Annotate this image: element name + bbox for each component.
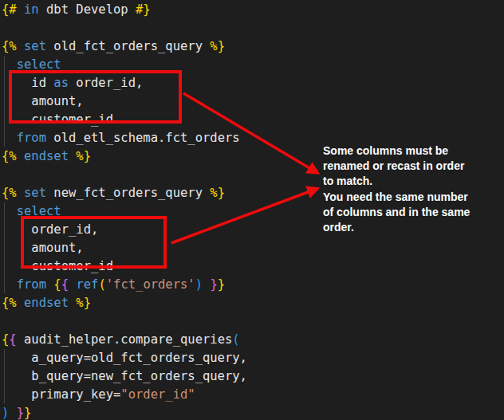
code-token: b_query=new_fct_orders_query, <box>2 369 247 383</box>
annotation-note-line: renamed or recast in order <box>323 159 504 174</box>
code-token: new_fct_orders_query <box>46 186 210 200</box>
code-token: ref <box>76 277 98 292</box>
code-token <box>69 296 76 310</box>
code-token: set <box>24 39 46 53</box>
code-token: ( <box>232 332 239 347</box>
code-editor[interactable]: {# in dbt Develop #} {% set old_fct_orde… <box>0 0 504 420</box>
code-token <box>2 204 17 218</box>
code-line[interactable]: a_query=old_fct_orders_query, <box>2 349 247 367</box>
annotation-note-line: order. <box>323 220 504 235</box>
code-token: endset <box>24 149 69 163</box>
code-line[interactable]: ) }} <box>2 404 247 420</box>
code-token: %} <box>210 39 225 53</box>
code-token <box>9 406 16 420</box>
code-token: set <box>24 186 46 200</box>
code-token: %} <box>210 186 225 200</box>
code-token <box>17 39 24 53</box>
code-token: id <box>2 76 53 90</box>
code-token: {# <box>2 2 17 17</box>
code-line[interactable]: customer_id <box>2 111 247 129</box>
code-token: { <box>2 332 9 347</box>
code-token <box>17 149 24 163</box>
code-line[interactable]: primary_key="order_id" <box>2 386 247 404</box>
code-token: { <box>61 277 69 292</box>
code-token: from <box>17 277 46 292</box>
code-line[interactable]: {% set new_fct_orders_query %} <box>2 184 247 202</box>
code-token: amount, <box>2 94 84 108</box>
code-token: customer_id <box>2 112 113 127</box>
code-line[interactable] <box>2 19 247 37</box>
code-token: #} <box>136 2 151 17</box>
code-token: customer_id <box>2 259 113 273</box>
code-token <box>2 57 17 72</box>
code-token <box>17 296 24 310</box>
code-token: amount, <box>2 241 84 255</box>
code-token: ( <box>98 277 105 292</box>
code-token: } <box>24 406 31 420</box>
code-line[interactable] <box>2 166 247 184</box>
code-token <box>203 277 210 292</box>
code-token: {% <box>2 296 17 310</box>
code-token: from <box>17 131 46 145</box>
code-line[interactable]: {# in dbt Develop #} <box>2 1 247 19</box>
code-token <box>2 277 17 292</box>
code-token: dbt Develop <box>39 2 136 17</box>
code-line[interactable]: amount, <box>2 239 247 257</box>
code-token: {% <box>2 39 17 53</box>
code-token <box>46 277 53 292</box>
code-line[interactable] <box>2 312 247 331</box>
code-line[interactable]: {% set old_fct_orders_query %} <box>2 37 247 56</box>
code-token: %} <box>76 149 91 163</box>
code-token: ) <box>195 277 203 292</box>
code-token: audit_helper.compare_queries <box>17 332 233 347</box>
code-line[interactable]: {% endset %} <box>2 147 247 166</box>
code-line[interactable]: {% endset %} <box>2 294 247 312</box>
code-line[interactable]: {{ audit_helper.compare_queries( <box>2 331 247 349</box>
code-token: { <box>53 277 61 292</box>
code-line[interactable]: id as order_id, <box>2 74 247 92</box>
code-token: } <box>17 406 24 420</box>
annotation-note-line: You need the same number <box>323 190 504 205</box>
code-token: a_query=old_fct_orders_query, <box>2 351 247 365</box>
code-area[interactable]: {# in dbt Develop #} {% set old_fct_orde… <box>2 1 247 420</box>
code-token: } <box>210 277 217 292</box>
code-token: old_fct_orders_query <box>46 39 210 53</box>
code-token: "order_id" <box>120 387 195 402</box>
code-token: 'fct_orders' <box>106 277 195 292</box>
code-line[interactable]: amount, <box>2 92 247 111</box>
code-line[interactable]: order_id, <box>2 221 247 239</box>
code-token: order_id, <box>2 222 98 237</box>
code-token <box>2 131 17 145</box>
code-token: in <box>24 2 39 17</box>
code-token <box>17 2 24 17</box>
code-line[interactable]: from old_etl_schema.fct_orders <box>2 129 247 147</box>
code-token: { <box>9 332 16 347</box>
code-line[interactable]: select <box>2 56 247 74</box>
code-token: {% <box>2 186 17 200</box>
code-line[interactable]: select <box>2 202 247 221</box>
code-token: select <box>17 57 61 72</box>
code-token: endset <box>24 296 69 310</box>
annotation-note: Some columns must berenamed or recast in… <box>323 143 504 235</box>
code-token: {% <box>2 149 17 163</box>
code-token: as <box>53 76 69 90</box>
code-token <box>69 149 76 163</box>
annotation-note-line: Some columns must be <box>323 143 504 159</box>
code-token: ) <box>2 406 9 420</box>
annotation-note-line: of columns and in the same <box>323 205 504 220</box>
code-token: primary_key= <box>2 387 120 402</box>
code-line[interactable]: customer_id <box>2 257 247 276</box>
code-token: order_id, <box>69 76 143 90</box>
code-line[interactable]: from {{ ref('fct_orders') }} <box>2 276 247 294</box>
code-token <box>69 277 76 292</box>
annotation-note-line: to match. <box>323 174 504 189</box>
code-token <box>17 186 24 200</box>
code-token: select <box>17 204 61 218</box>
code-token: old_etl_schema.fct_orders <box>46 131 240 145</box>
code-line[interactable]: b_query=new_fct_orders_query, <box>2 367 247 386</box>
code-token: } <box>218 277 225 292</box>
code-token: %} <box>76 296 91 310</box>
